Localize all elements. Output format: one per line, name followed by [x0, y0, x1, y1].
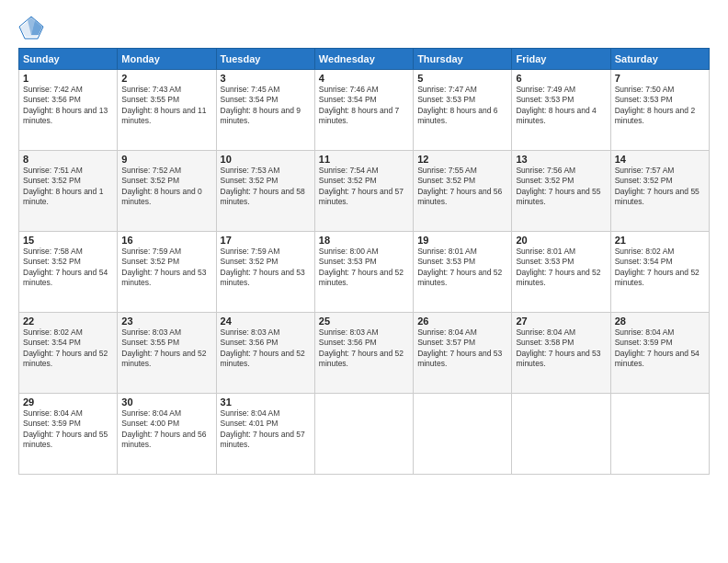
day-cell: 23Sunrise: 8:03 AM Sunset: 3:55 PM Dayli… [118, 313, 216, 394]
day-number: 19 [417, 235, 507, 246]
calendar-header: SundayMondayTuesdayWednesdayThursdayFrid… [19, 49, 710, 70]
day-cell: 24Sunrise: 8:03 AM Sunset: 3:56 PM Dayli… [216, 313, 314, 394]
day-cell: 22Sunrise: 8:02 AM Sunset: 3:54 PM Dayli… [19, 313, 118, 394]
day-info: Sunrise: 8:01 AM Sunset: 3:53 PM Dayligh… [417, 247, 507, 289]
header-cell-thursday: Thursday [414, 49, 512, 70]
day-info: Sunrise: 7:55 AM Sunset: 3:52 PM Dayligh… [417, 166, 507, 208]
day-cell [314, 394, 413, 475]
day-number: 1 [23, 73, 113, 84]
day-cell: 14Sunrise: 7:57 AM Sunset: 3:52 PM Dayli… [610, 151, 709, 232]
day-cell: 2Sunrise: 7:43 AM Sunset: 3:55 PM Daylig… [118, 70, 216, 151]
header-cell-sunday: Sunday [19, 49, 118, 70]
day-number: 20 [516, 235, 606, 246]
week-row-4: 22Sunrise: 8:02 AM Sunset: 3:54 PM Dayli… [19, 313, 710, 394]
day-number: 4 [319, 73, 409, 84]
day-info: Sunrise: 7:45 AM Sunset: 3:54 PM Dayligh… [221, 85, 311, 127]
day-cell: 19Sunrise: 8:01 AM Sunset: 3:53 PM Dayli… [414, 232, 512, 313]
day-cell: 5Sunrise: 7:47 AM Sunset: 3:53 PM Daylig… [414, 70, 512, 151]
day-cell: 21Sunrise: 8:02 AM Sunset: 3:54 PM Dayli… [610, 232, 709, 313]
day-info: Sunrise: 7:47 AM Sunset: 3:53 PM Dayligh… [417, 85, 507, 127]
day-info: Sunrise: 7:52 AM Sunset: 3:52 PM Dayligh… [121, 166, 211, 208]
day-info: Sunrise: 8:04 AM Sunset: 3:59 PM Dayligh… [615, 327, 705, 370]
day-number: 21 [615, 235, 705, 246]
calendar-page: SundayMondayTuesdayWednesdayThursdayFrid… [0, 0, 728, 563]
day-cell: 6Sunrise: 7:49 AM Sunset: 3:53 PM Daylig… [512, 70, 610, 151]
day-number: 22 [23, 316, 113, 327]
day-number: 31 [221, 396, 311, 408]
day-cell: 9Sunrise: 7:52 AM Sunset: 3:52 PM Daylig… [118, 151, 216, 232]
day-info: Sunrise: 8:01 AM Sunset: 3:53 PM Dayligh… [516, 247, 606, 289]
day-cell: 7Sunrise: 7:50 AM Sunset: 3:53 PM Daylig… [610, 70, 709, 151]
day-info: Sunrise: 8:02 AM Sunset: 3:54 PM Dayligh… [23, 327, 113, 370]
day-number: 2 [121, 73, 211, 84]
header-cell-wednesday: Wednesday [314, 49, 413, 70]
day-cell: 26Sunrise: 8:04 AM Sunset: 3:57 PM Dayli… [414, 313, 512, 394]
day-number: 23 [121, 316, 211, 327]
day-info: Sunrise: 7:54 AM Sunset: 3:52 PM Dayligh… [319, 166, 409, 208]
day-info: Sunrise: 7:59 AM Sunset: 3:52 PM Dayligh… [121, 247, 211, 289]
day-info: Sunrise: 8:04 AM Sunset: 3:57 PM Dayligh… [417, 327, 507, 370]
week-row-5: 29Sunrise: 8:04 AM Sunset: 3:59 PM Dayli… [19, 394, 710, 475]
day-cell: 16Sunrise: 7:59 AM Sunset: 3:52 PM Dayli… [118, 232, 216, 313]
day-cell: 15Sunrise: 7:58 AM Sunset: 3:52 PM Dayli… [19, 232, 118, 313]
day-cell: 17Sunrise: 7:59 AM Sunset: 3:52 PM Dayli… [216, 232, 314, 313]
day-cell [414, 394, 512, 475]
day-info: Sunrise: 7:46 AM Sunset: 3:54 PM Dayligh… [319, 85, 409, 127]
day-cell: 1Sunrise: 7:42 AM Sunset: 3:56 PM Daylig… [19, 70, 118, 151]
week-row-2: 8Sunrise: 7:51 AM Sunset: 3:52 PM Daylig… [19, 151, 710, 232]
day-info: Sunrise: 7:57 AM Sunset: 3:52 PM Dayligh… [615, 166, 705, 208]
day-info: Sunrise: 8:02 AM Sunset: 3:54 PM Dayligh… [615, 247, 705, 289]
calendar-body: 1Sunrise: 7:42 AM Sunset: 3:56 PM Daylig… [19, 70, 710, 475]
day-number: 6 [516, 73, 606, 84]
day-number: 12 [417, 154, 507, 165]
day-cell: 10Sunrise: 7:53 AM Sunset: 3:52 PM Dayli… [216, 151, 314, 232]
day-info: Sunrise: 7:51 AM Sunset: 3:52 PM Dayligh… [23, 166, 113, 208]
day-cell: 25Sunrise: 8:03 AM Sunset: 3:56 PM Dayli… [314, 313, 413, 394]
day-cell: 4Sunrise: 7:46 AM Sunset: 3:54 PM Daylig… [314, 70, 413, 151]
day-number: 7 [615, 73, 705, 84]
day-number: 27 [516, 316, 606, 327]
header-cell-friday: Friday [512, 49, 610, 70]
day-number: 26 [417, 316, 507, 327]
day-info: Sunrise: 8:00 AM Sunset: 3:53 PM Dayligh… [319, 247, 409, 289]
day-number: 13 [516, 154, 606, 165]
day-info: Sunrise: 8:04 AM Sunset: 3:59 PM Dayligh… [23, 408, 113, 451]
day-cell: 3Sunrise: 7:45 AM Sunset: 3:54 PM Daylig… [216, 70, 314, 151]
day-number: 8 [23, 154, 113, 165]
day-cell: 12Sunrise: 7:55 AM Sunset: 3:52 PM Dayli… [414, 151, 512, 232]
day-info: Sunrise: 7:53 AM Sunset: 3:52 PM Dayligh… [221, 166, 311, 208]
week-row-3: 15Sunrise: 7:58 AM Sunset: 3:52 PM Dayli… [19, 232, 710, 313]
day-number: 15 [23, 235, 113, 246]
day-info: Sunrise: 8:03 AM Sunset: 3:55 PM Dayligh… [121, 327, 211, 370]
day-cell: 29Sunrise: 8:04 AM Sunset: 3:59 PM Dayli… [19, 394, 118, 475]
calendar-table: SundayMondayTuesdayWednesdayThursdayFrid… [18, 48, 710, 475]
day-number: 29 [23, 396, 113, 408]
day-number: 10 [221, 154, 311, 165]
day-info: Sunrise: 7:58 AM Sunset: 3:52 PM Dayligh… [23, 247, 113, 289]
day-cell [610, 394, 709, 475]
day-info: Sunrise: 8:03 AM Sunset: 3:56 PM Dayligh… [221, 327, 311, 370]
day-info: Sunrise: 7:56 AM Sunset: 3:52 PM Dayligh… [516, 166, 606, 208]
logo [18, 15, 48, 40]
day-info: Sunrise: 7:49 AM Sunset: 3:53 PM Dayligh… [516, 85, 606, 127]
header-cell-saturday: Saturday [610, 49, 709, 70]
day-number: 9 [121, 154, 211, 165]
week-row-1: 1Sunrise: 7:42 AM Sunset: 3:56 PM Daylig… [19, 70, 710, 151]
day-number: 24 [221, 316, 311, 327]
day-info: Sunrise: 8:03 AM Sunset: 3:56 PM Dayligh… [319, 327, 409, 370]
day-cell: 31Sunrise: 8:04 AM Sunset: 4:01 PM Dayli… [216, 394, 314, 475]
day-number: 28 [615, 316, 705, 327]
header-cell-tuesday: Tuesday [216, 49, 314, 70]
day-info: Sunrise: 8:04 AM Sunset: 3:58 PM Dayligh… [516, 327, 606, 370]
day-cell [512, 394, 610, 475]
header [18, 15, 710, 40]
day-number: 5 [417, 73, 507, 84]
day-number: 14 [615, 154, 705, 165]
day-number: 11 [319, 154, 409, 165]
day-cell: 13Sunrise: 7:56 AM Sunset: 3:52 PM Dayli… [512, 151, 610, 232]
day-info: Sunrise: 7:42 AM Sunset: 3:56 PM Dayligh… [23, 85, 113, 127]
logo-icon [18, 15, 44, 40]
day-cell: 20Sunrise: 8:01 AM Sunset: 3:53 PM Dayli… [512, 232, 610, 313]
header-row: SundayMondayTuesdayWednesdayThursdayFrid… [19, 49, 710, 70]
day-number: 18 [319, 235, 409, 246]
